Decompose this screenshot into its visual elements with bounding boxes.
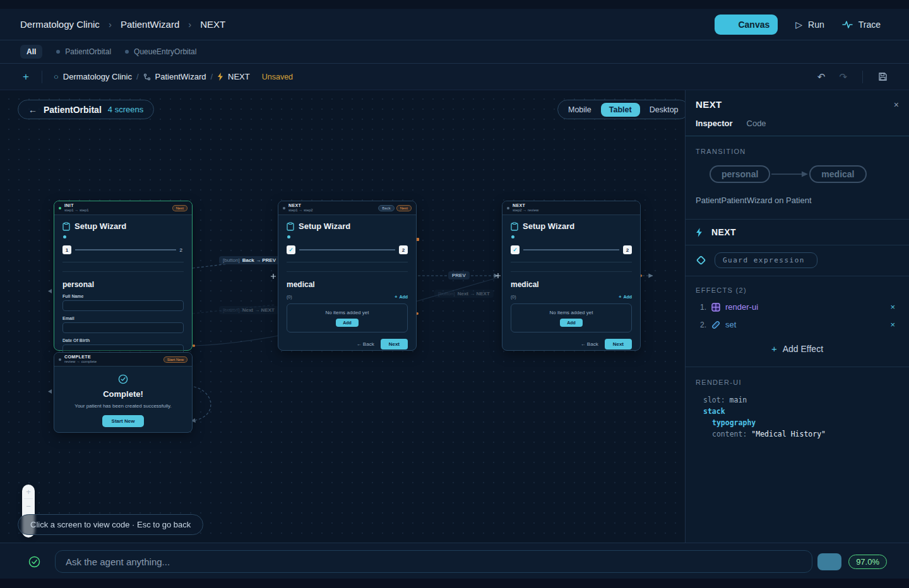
section-heading: personal — [62, 280, 184, 289]
flow-canvas[interactable]: [button] Back → PREV [button] Next → NEX… — [0, 90, 685, 543]
add-label: Add — [399, 295, 408, 299]
section-heading: medical — [511, 280, 632, 289]
grid-icon — [711, 303, 720, 312]
zoom-out-button[interactable]: − — [22, 499, 35, 513]
back-button[interactable]: ← Back — [357, 341, 374, 347]
transition-context: PatientPatientWizard on Patient — [696, 196, 899, 205]
zoom-in-button[interactable]: + — [22, 485, 35, 498]
device-tablet[interactable]: Tablet — [601, 103, 640, 117]
accent-dot — [287, 235, 290, 238]
badge-next[interactable]: Next — [396, 205, 412, 211]
effect-row-set[interactable]: 2. set × — [696, 320, 899, 329]
divider — [511, 271, 632, 272]
guard-expression-input[interactable] — [715, 252, 817, 268]
field-label-email: Email — [62, 316, 184, 320]
plus-icon: + — [395, 295, 397, 299]
full-name-input[interactable] — [62, 300, 184, 311]
trace-button[interactable]: Trace — [842, 20, 881, 30]
add-item-link[interactable]: +Add — [395, 295, 408, 299]
screen-card-next-2[interactable]: NEXT step2 → review Setup Wizard ✓ 2 med… — [502, 201, 641, 351]
add-button[interactable]: Add — [336, 319, 359, 327]
email-input[interactable] — [62, 322, 184, 333]
filter-all[interactable]: All — [20, 45, 42, 59]
filter-patient-orbital[interactable]: PatientOrbital — [56, 47, 111, 56]
send-button[interactable] — [817, 553, 841, 570]
section-heading: medical — [287, 280, 408, 289]
run-button[interactable]: ▷ Run — [795, 20, 824, 30]
complete-message: Your patient has been created successful… — [74, 403, 171, 409]
screen-card-init[interactable]: INIT step1 → step1 Next Setup Wizard 1 2 — [54, 201, 193, 351]
edge-label-next-next-2[interactable]: [button] Next → NEXT — [434, 290, 494, 298]
save-icon[interactable] — [878, 72, 888, 81]
badge-start-new[interactable]: Start New — [163, 356, 187, 363]
step-check-icon: ✓ — [288, 247, 294, 253]
code-value: main — [730, 396, 747, 404]
trace-label: Trace — [858, 20, 881, 30]
step-check-icon: ✓ — [513, 247, 518, 253]
clipboard-icon — [511, 222, 518, 231]
render-ui-label: RENDER-UI — [696, 379, 899, 386]
agent-prompt-input[interactable] — [55, 550, 812, 573]
divider — [862, 71, 863, 83]
run-label: Run — [808, 20, 824, 30]
chevron-right-icon: › — [109, 19, 112, 30]
screen-card-next-1[interactable]: NEXT step1 → step2 Back Next Setup Wizar… — [278, 201, 417, 351]
badge-back[interactable]: Back — [378, 205, 394, 211]
remove-effect-icon[interactable]: × — [890, 302, 899, 312]
card-body: Setup Wizard 1 2 personal Full Name Emai… — [54, 215, 192, 363]
status-dot — [59, 207, 61, 209]
close-icon[interactable]: × — [894, 100, 899, 110]
card-body: Complete! Your patient has been created … — [54, 367, 192, 436]
play-icon: ▷ — [795, 20, 802, 30]
edge-label-prev[interactable]: PREV — [448, 271, 470, 279]
wizard-title: Setup Wizard — [74, 221, 126, 231]
header-actions: Canvas ▷ Run Trace — [715, 15, 881, 35]
canvas-button[interactable]: Canvas — [715, 15, 778, 35]
breadcrumb-app[interactable]: Dermatology Clinic — [20, 19, 100, 30]
next-button[interactable]: Next — [605, 339, 632, 350]
effects-section: EFFECTS (2) 1. render-ui × 2. set × + Ad… — [686, 276, 909, 354]
add-icon[interactable]: + — [23, 71, 29, 83]
start-new-button[interactable]: Start New — [102, 415, 145, 427]
back-button[interactable]: ← Back — [581, 341, 598, 347]
device-mobile[interactable]: Mobile — [560, 103, 600, 117]
edge-label-back-prev[interactable]: [button] Back → PREV — [219, 256, 280, 264]
screen-card-complete[interactable]: COMPLETE review → complete Start New Com… — [54, 352, 193, 433]
add-button[interactable]: Add — [560, 319, 583, 327]
field-label-full-name: Full Name — [62, 294, 184, 298]
breadcrumb-wizard[interactable]: PatientWizard — [121, 19, 179, 30]
divider — [62, 262, 184, 262]
card-state: NEXT — [288, 203, 313, 208]
status-dot — [59, 358, 61, 361]
toolbar-path-wizard[interactable]: PatientWizard — [155, 72, 206, 81]
add-effect-button[interactable]: + Add Effect — [696, 343, 899, 354]
tab-inspector[interactable]: Inspector — [696, 119, 733, 128]
group-back-button[interactable]: ← PatientOrbital 4 screens — [18, 100, 154, 119]
effects-label: EFFECTS (2) — [696, 286, 899, 294]
badge-next[interactable]: Next — [172, 205, 187, 211]
edge-label-next-next[interactable]: [button] Next → NEXT — [219, 306, 278, 314]
effect-row-render-ui[interactable]: 1. render-ui × — [696, 302, 899, 312]
canvas-button-label: Canvas — [738, 20, 769, 30]
divider — [287, 271, 408, 272]
inspector-panel: NEXT × Inspector Code TRANSITION persona… — [685, 90, 909, 543]
step-line — [75, 249, 176, 250]
lightning-icon — [217, 73, 223, 81]
canvas-hint-tooltip: Click a screen to view code · Esc to go … — [18, 514, 203, 535]
device-desktop[interactable]: Desktop — [641, 103, 685, 117]
undo-icon[interactable]: ↶ — [817, 71, 826, 83]
item-count: (0) — [511, 295, 516, 299]
tab-code[interactable]: Code — [747, 119, 766, 128]
add-item-link[interactable]: +Add — [619, 295, 632, 299]
redo-icon[interactable]: ↷ — [839, 71, 847, 83]
card-header: COMPLETE review → complete Start New — [54, 353, 192, 367]
toolbar-path-app[interactable]: Dermatology Clinic — [63, 72, 132, 81]
card-header: NEXT step2 → review — [502, 201, 640, 215]
divider — [287, 262, 408, 262]
filter-queueentry-orbital[interactable]: QueueEntryOrbital — [125, 47, 196, 56]
remove-effect-icon[interactable]: × — [890, 320, 899, 329]
back-label: Back — [587, 341, 598, 347]
breadcrumb-state: NEXT — [200, 19, 225, 30]
next-button[interactable]: Next — [381, 339, 408, 350]
from-state-pill: personal — [710, 165, 770, 183]
